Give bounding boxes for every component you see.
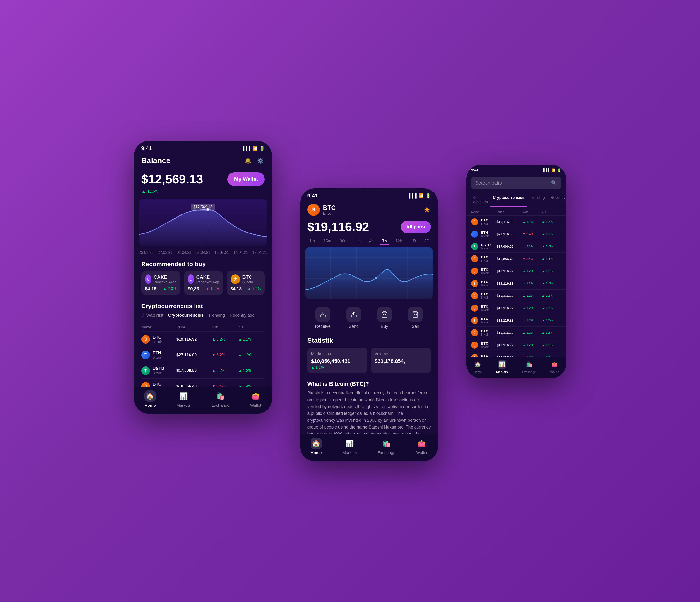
list-row-0[interactable]: ₿ BTC Bitcoin $19,116.92 ▲ 1.2% ▲ 1.2% [141,331,265,347]
coin-icon-star-2: ★ [230,274,240,284]
time-15m[interactable]: 15m [321,238,333,245]
stats-cards: Market cap $10,856,450,431 ▲ 1.6% Volume… [307,348,431,373]
coin-text-2: USTD Bitcoin [153,366,165,375]
price-0: $19,116.92 [176,337,212,342]
tab-cryptocurrencies[interactable]: Cryptocurrencies [168,313,203,318]
mcoin-sub-2: Bitcoin [481,247,491,250]
mlist-row-3[interactable]: ₿ BTC Bitcoin $10,856.43 ▼ 3.4% ▲ 1.4% [466,253,566,265]
list-row-2[interactable]: T USTD Bitcoin $17,000.56 ▲ 2.2% ▲ 1.2% [141,363,265,378]
status-icons-3: ▐▐▐ 📶 🔋 [542,168,561,172]
time-2d[interactable]: 2D [423,238,431,245]
time-30m[interactable]: 30m [338,238,349,245]
time-12h[interactable]: 12h [394,238,404,245]
list-row-1[interactable]: Ξ ETH Bitcoin $27,116.00 ▼ 6.2% ▲ 1.2% [141,347,265,363]
mprice-8: $19,116.92 [497,318,523,322]
nav-wallet-1[interactable]: 👛 Wallet [250,390,261,408]
mcoin-text-7: BTC Bitcoin [481,304,490,312]
date-4: 05.04.21 [196,251,210,255]
wallet-label-2: Wallet [416,450,427,455]
mlist-row-0[interactable]: ₿ BTC Bitcoin $19,116.92 ▲ 1.2% ▲ 1.2% [466,215,566,228]
nav-markets-2[interactable]: 📊 Markets [343,438,357,455]
price-1: $27,116.00 [176,353,212,358]
sell-btn[interactable]: Sell [408,307,423,329]
mlist-row-4[interactable]: ₿ BTC Bitcoin $19,116.92 ▲ 1.2% ▲ 1.2% [466,265,566,277]
tab-watchlist-3[interactable]: ☆ Watchlist [471,193,490,207]
mcoin-info-0: ₿ BTC Bitcoin [471,218,497,226]
send-btn[interactable]: Send [346,307,361,329]
tab-watchlist[interactable]: ☆ Watchlist [141,313,164,318]
mlist-row-6[interactable]: ₿ BTC Bitcoin $19,116.92 ▲ 1.2% ▲ 1.2% [466,289,566,302]
nav-markets-1[interactable]: 📊 Markets [176,390,191,408]
tab-recently[interactable]: Recently add [230,313,254,318]
time-5d[interactable]: 5D [436,238,438,245]
mlist-row-2[interactable]: T USTD Bitcoin $17,000.56 ▲ 2.2% ▲ 1.2% [466,240,566,253]
price-2: $17,000.56 [176,368,212,373]
screens-container: 9:41 ▐▐▐ 📶 🔋 Balance 🔔 ⚙️ $12,569.13 My … [115,122,585,480]
btc-icon-header: ₿ [307,204,320,216]
markets-icon-1: 📊 [178,390,189,402]
tab-trending[interactable]: Trending [208,313,225,318]
nav-markets-3[interactable]: 📊 Markets [496,360,508,374]
nav-wallet-2[interactable]: 👛 Wallet [416,438,427,455]
nav-home-2[interactable]: 🏠 Home [310,438,322,455]
nav-wallet-3[interactable]: 👛 Wallet [550,360,559,374]
chart-dates: 23.03.21 27.03.21 01.04.21 05.04.21 10.0… [134,248,272,257]
mlist-row-7[interactable]: ₿ BTC Bitcoin $19,116.92 ▲ 1.2% ▲ 1.2% [466,302,566,314]
time-1m[interactable]: 1m [307,238,317,245]
mcoin-sub-7: Bitcoin [481,308,490,312]
rec-card-header-1: C CAKE PancakeSwap [188,274,219,284]
time-4h[interactable]: 4h [367,238,375,245]
nav-exchange-3[interactable]: 🛍️ Exchange [522,360,536,374]
nav-home-1[interactable]: 🏠 Home [145,390,156,408]
nav-exchange-1[interactable]: 🛍️ Exchange [211,390,229,408]
buy-btn[interactable]: Buy [377,307,392,329]
status-time-1: 9:41 [141,145,152,152]
mlist-row-5[interactable]: ₿ BTC Bitcoin $19,116.92 ▲ 1.2% ▲ 1.2% [466,277,566,289]
nav-home-3[interactable]: 🏠 Home [473,360,482,374]
nav-exchange-2[interactable]: 🛍️ Exchange [377,438,395,455]
tooltip-value: $12,569.13 [193,205,212,209]
mlist-row-1[interactable]: Ξ ETH Bitcoin $27,116.00 ▼ 9.4% ▲ 1.2% [466,228,566,240]
home-label-1: Home [145,403,156,408]
time-1d[interactable]: 1D [409,238,418,245]
rec-card-0[interactable]: C CAKE PancakeSwap $4,18 ▲ 2.8% [141,271,180,295]
search-bar[interactable]: Search pairs 🔍 [471,177,561,189]
mlist-row-8[interactable]: ₿ BTC Bitcoin $19,116.92 ▲ 1.2% ▲ 1.2% [466,314,566,326]
rec-card-header-2: ★ BTC Bitcoin [230,274,261,284]
mcoin-text-8: BTC Bitcoin [481,317,490,324]
time-7h[interactable]: 7h [380,238,389,245]
mcoin-info-7: ₿ BTC Bitcoin [471,304,497,312]
my-wallet-button[interactable]: My Wallet [227,172,265,186]
btc-price: $19,116.92 [307,220,369,234]
signal-icon-1: ▐▐▐ [241,146,250,151]
receive-btn[interactable]: Receive [315,307,330,329]
mprice-7: $19,116.92 [497,306,523,310]
volume-card: Volume $30,178,854, [371,348,431,373]
all-pairs-button[interactable]: All pairs [401,221,431,233]
tab-cryptocurrencies-3[interactable]: Cryptocurrencies [490,193,527,207]
mprice-0: $19,116.92 [497,220,523,224]
send-label: Send [349,324,359,329]
favorite-star[interactable]: ★ [423,205,431,215]
send-icon [346,307,361,322]
mprice-5: $19,116.92 [497,282,523,285]
search-icon[interactable]: 🔍 [551,180,557,186]
rec-card-1[interactable]: C CAKE PancakeSwap $0,33 ▼ 1.4% [184,271,223,295]
mcoin-text-9: BTC Bitcoin [481,329,490,336]
tab-trending-3[interactable]: Trending [527,193,548,207]
mcoin-sub-6: Bitcoin [481,296,490,299]
notification-icon[interactable]: 🔔 [244,156,252,165]
tab-recently-3[interactable]: Recently add [548,193,566,207]
bitcoin-desc-title: What is Bitcoin (BTC)? [307,381,431,387]
mcoin-info-8: ₿ BTC Bitcoin [471,317,497,324]
mlist-row-9[interactable]: ₿ BTC Bitcoin $19,116.92 ▲ 1.2% ▲ 1.2% [466,326,566,339]
rec-card-2[interactable]: ★ BTC Bitcoin $4,18 ▲ 1.2% [227,271,265,295]
buy-label: Buy [381,324,388,329]
receive-label: Receive [315,324,330,329]
header-icons: 🔔 ⚙️ [244,156,265,165]
settings-icon[interactable]: ⚙️ [256,156,265,165]
mprice-1: $27,116.00 [497,232,523,236]
col-7d-3: 7D [542,210,561,214]
mlist-row-10[interactable]: ₿ BTC Bitcoin $19,116.92 ▲ 1.2% ▲ 1.2% [466,339,566,351]
time-1h[interactable]: 1h [354,238,362,245]
